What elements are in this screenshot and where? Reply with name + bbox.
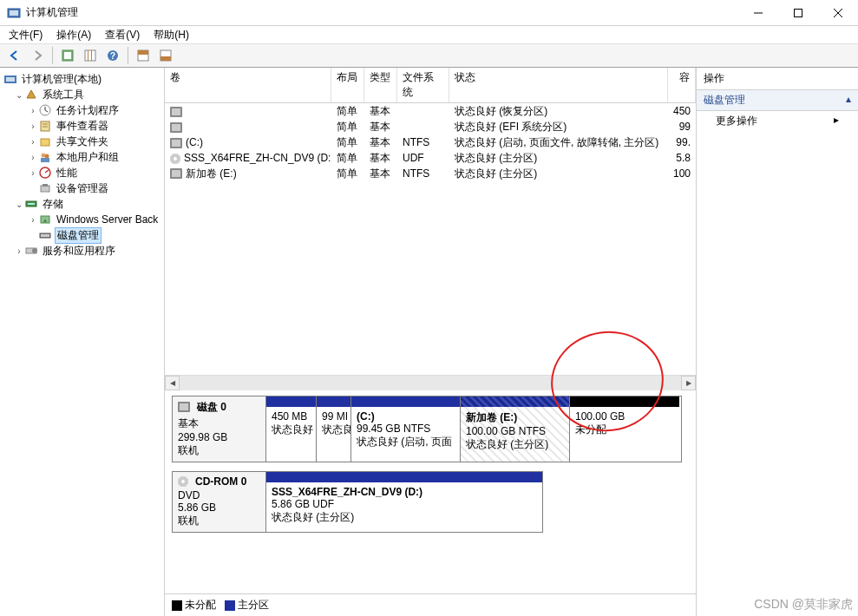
- tree-root[interactable]: 计算机管理(本地): [2, 71, 162, 87]
- maximize-button[interactable]: [778, 0, 818, 26]
- tree-devmgr[interactable]: 设备管理器: [2, 180, 162, 196]
- volume-row[interactable]: 新加卷 (E:)简单基本NTFS状态良好 (主分区)100: [165, 166, 696, 181]
- menu-action[interactable]: 操作(A): [55, 26, 93, 44]
- tree-wsb[interactable]: ›Windows Server Back: [2, 212, 162, 227]
- tree-systools[interactable]: ⌄系统工具: [2, 87, 162, 102]
- disk-icon: [178, 402, 190, 412]
- scroll-right-icon[interactable]: ▶: [681, 376, 696, 390]
- disc-icon: [178, 476, 188, 487]
- svg-rect-16: [160, 56, 171, 61]
- minimize-button[interactable]: [738, 0, 778, 26]
- svg-rect-18: [6, 77, 15, 82]
- titlebar: 计算机管理: [0, 0, 858, 26]
- partition-cdrom[interactable]: SSS_X64FRE_ZH-CN_DV9 (D:) 5.86 GB UDF 状态…: [266, 472, 542, 532]
- partition[interactable]: (C:)99.45 GB NTFS状态良好 (启动, 页面: [351, 396, 461, 462]
- svg-rect-37: [41, 234, 49, 237]
- svg-rect-8: [85, 50, 95, 61]
- volume-row[interactable]: 简单基本状态良好 (EFI 系统分区)99: [165, 119, 696, 134]
- svg-rect-10: [91, 50, 92, 61]
- svg-rect-32: [43, 184, 48, 187]
- view-bottom-icon[interactable]: [156, 46, 175, 65]
- col-layout[interactable]: 布局: [331, 68, 364, 102]
- action-more[interactable]: 更多操作▸: [697, 111, 858, 131]
- legend: 未分配 主分区: [165, 593, 696, 616]
- partition[interactable]: 450 MB状态良好: [266, 396, 317, 462]
- svg-text:?: ?: [110, 51, 115, 61]
- menu-view[interactable]: 查看(V): [103, 26, 141, 44]
- volume-row[interactable]: (C:)简单基本NTFS状态良好 (启动, 页面文件, 故障转储, 主分区)99…: [165, 134, 696, 150]
- svg-point-27: [45, 154, 49, 159]
- vol-icon: [170, 168, 182, 179]
- center-pane: 卷 布局 类型 文件系统 状态 容 简单基本状态良好 (恢复分区)450简单基本…: [165, 68, 697, 616]
- vol-icon: [170, 107, 182, 117]
- chevron-right-icon: ▸: [834, 114, 839, 128]
- tree-users[interactable]: ›本地用户和组: [2, 149, 162, 165]
- tree-eventv[interactable]: ›事件查看器: [2, 118, 162, 134]
- vol-icon: [170, 122, 182, 133]
- partition[interactable]: 99 MI状态良: [317, 396, 351, 462]
- svg-point-39: [32, 248, 37, 253]
- svg-rect-25: [41, 139, 49, 146]
- close-button[interactable]: [818, 0, 858, 26]
- col-fs[interactable]: 文件系统: [397, 68, 449, 102]
- volume-list-header: 卷 布局 类型 文件系统 状态 容: [165, 68, 696, 103]
- svg-rect-9: [88, 50, 88, 61]
- toolbar: ?: [0, 43, 858, 68]
- hscrollbar[interactable]: ◀ ▶: [165, 375, 696, 390]
- legend-swatch-primary: [225, 600, 235, 611]
- tree-perf[interactable]: ›性能: [2, 165, 162, 180]
- disk0-label: 磁盘 0 基本 299.98 GB 联机: [172, 396, 265, 462]
- vol-icon: [170, 138, 182, 148]
- svg-rect-7: [64, 52, 71, 59]
- menu-help[interactable]: 帮助(H): [152, 26, 191, 44]
- disk-row-0[interactable]: 磁盘 0 基本 299.98 GB 联机 450 MB状态良好99 MI状态良(…: [172, 396, 689, 462]
- volume-row[interactable]: 简单基本状态良好 (恢复分区)450: [165, 103, 696, 119]
- window-title: 计算机管理: [26, 5, 738, 20]
- menu-file[interactable]: 文件(F): [7, 26, 44, 44]
- partition[interactable]: 新加卷 (E:)100.00 GB NTFS状态良好 (主分区): [461, 396, 570, 462]
- view-list-icon[interactable]: [81, 46, 100, 65]
- tree-services[interactable]: ›服务和应用程序: [2, 243, 162, 259]
- collapse-icon: ▴: [846, 93, 851, 108]
- app-icon: [7, 6, 21, 20]
- svg-line-30: [45, 170, 49, 173]
- disk-map: 磁盘 0 基本 299.98 GB 联机 450 MB状态良好99 MI状态良(…: [165, 390, 696, 594]
- disk-row-cdrom[interactable]: CD-ROM 0 DVD 5.86 GB 联机 SSS_X64FRE_ZH-CN…: [172, 471, 689, 533]
- svg-rect-31: [41, 186, 49, 192]
- watermark: CSDN @莫非家虎: [754, 597, 853, 613]
- nav-tree: 计算机管理(本地) ⌄系统工具 ›任务计划程序 ›事件查看器 ›共享文件夹 ›本…: [0, 68, 165, 616]
- forward-button[interactable]: [28, 46, 47, 65]
- actions-section[interactable]: 磁盘管理▴: [697, 90, 858, 111]
- scroll-left-icon[interactable]: ◀: [165, 376, 180, 390]
- partition[interactable]: 100.00 GB未分配: [570, 396, 679, 462]
- volume-row[interactable]: SSS_X64FRE_ZH-CN_DV9 (D:)简单基本UDF状态良好 (主分…: [165, 150, 696, 166]
- svg-rect-3: [795, 9, 802, 16]
- volume-list: 简单基本状态良好 (恢复分区)450简单基本状态良好 (EFI 系统分区)99(…: [165, 103, 696, 181]
- help-icon[interactable]: ?: [103, 46, 122, 65]
- refresh-icon[interactable]: [58, 46, 77, 65]
- tree-shared[interactable]: ›共享文件夹: [2, 134, 162, 149]
- actions-pane: 操作 磁盘管理▴ 更多操作▸: [697, 68, 858, 616]
- tree-diskmgmt[interactable]: 磁盘管理: [2, 227, 162, 243]
- col-capacity[interactable]: 容: [668, 68, 696, 102]
- col-type[interactable]: 类型: [364, 68, 397, 102]
- back-button[interactable]: [5, 46, 24, 65]
- actions-header: 操作: [697, 68, 858, 90]
- disc-icon: [170, 154, 180, 164]
- col-volume[interactable]: 卷: [165, 68, 331, 102]
- tree-storage[interactable]: ⌄存储: [2, 196, 162, 212]
- legend-swatch-unalloc: [172, 600, 182, 611]
- svg-rect-28: [41, 158, 49, 162]
- svg-rect-14: [138, 50, 148, 55]
- tree-task[interactable]: ›任务计划程序: [2, 102, 162, 118]
- view-top-icon[interactable]: [134, 46, 153, 65]
- menubar: 文件(F) 操作(A) 查看(V) 帮助(H): [0, 26, 858, 43]
- cdrom-label: CD-ROM 0 DVD 5.86 GB 联机: [172, 471, 265, 533]
- svg-rect-1: [10, 10, 18, 16]
- svg-rect-34: [28, 203, 35, 205]
- col-status[interactable]: 状态: [449, 68, 668, 102]
